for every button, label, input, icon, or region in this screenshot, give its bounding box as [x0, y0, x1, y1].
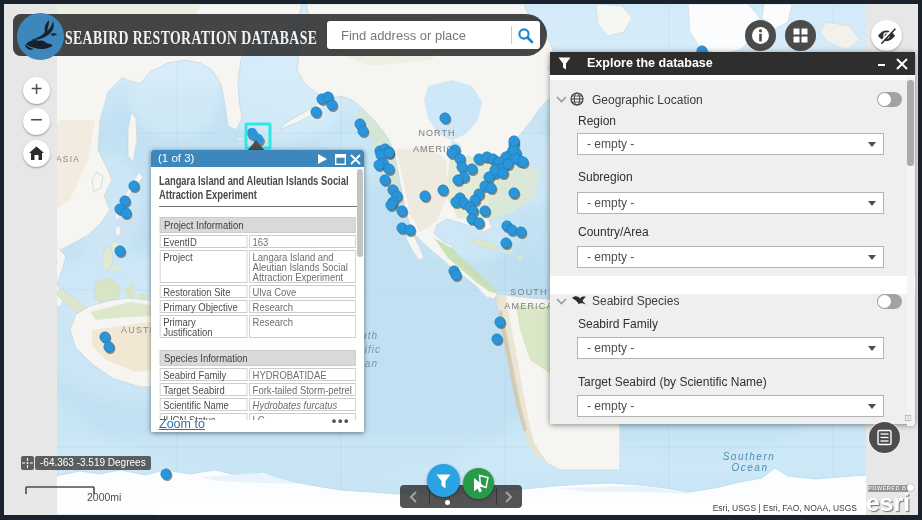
- svg-text:AMERICA: AMERICA: [504, 301, 553, 311]
- svg-text:Ocean: Ocean: [732, 462, 769, 473]
- svg-text:ASIA: ASIA: [56, 154, 80, 164]
- svg-text:esri: esri: [866, 490, 910, 515]
- svg-text:Southern: Southern: [723, 451, 776, 462]
- svg-text:SOUTH: SOUTH: [510, 287, 548, 297]
- svg-text:NORTH: NORTH: [419, 128, 456, 138]
